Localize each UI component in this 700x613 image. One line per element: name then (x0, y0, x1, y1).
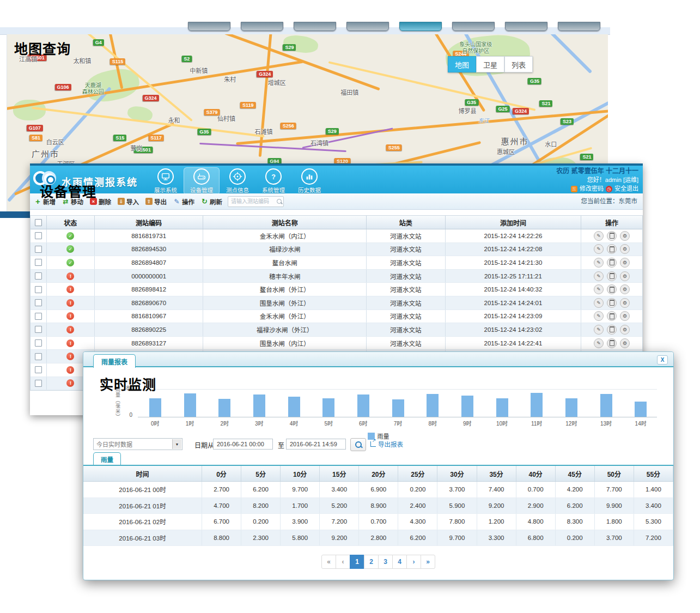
delete-icon[interactable] (607, 338, 617, 348)
date-to-input[interactable] (286, 439, 346, 450)
background-tab[interactable] (399, 22, 442, 31)
pagination-page-3[interactable]: 3 (378, 555, 393, 569)
background-tab[interactable] (346, 22, 389, 31)
edit-icon[interactable]: ✎ (594, 311, 604, 321)
row-checkbox[interactable] (35, 299, 42, 306)
pagination-page-4[interactable]: 4 (392, 555, 407, 569)
pagination-prev-button[interactable]: ‹ (336, 555, 350, 569)
background-tab[interactable] (558, 22, 600, 31)
background-tab[interactable] (241, 22, 283, 31)
row-checkbox[interactable] (35, 272, 42, 280)
search-icon[interactable] (277, 199, 282, 204)
table-row: ✓8816819731金禾水闸（内江）河道水文站2015-12-24 14:22… (31, 229, 642, 243)
delete-icon[interactable] (607, 325, 617, 335)
row-checkbox[interactable] (35, 259, 42, 266)
nav-item-设备管理[interactable]: 设备管理 (184, 167, 220, 195)
station-search-input[interactable] (230, 198, 277, 205)
x-tick-label: 3时 (255, 419, 264, 427)
data-type-select[interactable]: 今日实时数据 ▼ (93, 438, 182, 450)
settings-icon[interactable]: ⚙ (620, 298, 630, 308)
map-window-bottom-edge (0, 211, 30, 218)
place-label: 东江 (478, 116, 489, 124)
row-checkbox[interactable] (35, 380, 42, 387)
settings-icon[interactable]: ⚙ (620, 271, 630, 281)
nav-item-历史数据[interactable]: 历史数据 (291, 167, 327, 195)
delete-icon[interactable] (607, 271, 617, 281)
nav-item-展示系统[interactable]: 展示系统 (148, 167, 184, 195)
filter-bar: 今日实时数据 ▼ 日期从: 至 导出报表 (83, 434, 673, 453)
device-toolbar: +新增⇄移动×删除⇩导入⇧导出✎操作↻刷新 (30, 193, 643, 210)
nav-item-系统管理[interactable]: ?系统管理 (255, 167, 291, 195)
delete-icon[interactable] (607, 258, 617, 268)
settings-icon[interactable]: ⚙ (620, 231, 630, 241)
export-report-link[interactable]: 导出报表 (370, 440, 403, 448)
map-view-button-列表[interactable]: 列表 (504, 56, 533, 72)
edit-icon[interactable]: ✎ (594, 298, 604, 308)
delete-icon[interactable] (607, 231, 617, 241)
settings-icon[interactable]: ⚙ (620, 338, 630, 348)
background-tab[interactable] (188, 22, 230, 31)
map-view-button-卫星[interactable]: 卫星 (476, 56, 504, 72)
highway (7, 60, 303, 113)
pagination-last-button[interactable]: » (421, 555, 435, 569)
edit-icon[interactable]: ✎ (594, 231, 604, 241)
toolbar-button-导入[interactable]: ⇩导入 (118, 197, 139, 206)
tab-rain[interactable]: 雨量 (93, 452, 121, 465)
edit-icon[interactable]: ✎ (594, 244, 604, 254)
date-from-input[interactable] (213, 439, 273, 450)
toolbar-button-导出[interactable]: ⇧导出 (145, 197, 167, 206)
delete-icon[interactable] (607, 284, 617, 294)
change-password-link[interactable]: 修改密码 (580, 185, 604, 193)
place-label: 中新镇 (190, 66, 208, 75)
place-label: 惠州市 (501, 135, 529, 146)
time-cell: 2015-12-24 14:23:02 (446, 323, 582, 336)
row-checkbox[interactable] (35, 232, 42, 239)
row-checkbox[interactable] (35, 246, 42, 253)
row-checkbox[interactable] (35, 353, 42, 360)
trash-glyph (610, 259, 614, 265)
pagination-next-button[interactable]: › (406, 555, 421, 569)
row-checkbox[interactable] (35, 339, 42, 347)
refresh-icon: ↻ (201, 198, 208, 205)
status-cell: ✓ (47, 256, 95, 269)
settings-icon[interactable]: ⚙ (620, 244, 630, 254)
pagination-page-1[interactable]: 1 (350, 555, 364, 569)
tab-rain-report[interactable]: 雨量报表 (93, 354, 136, 368)
type-cell: 河道水文站 (367, 310, 446, 323)
background-tab[interactable] (505, 22, 547, 31)
key-icon: ⚿ (571, 186, 577, 192)
select-all-checkbox[interactable] (35, 219, 42, 226)
background-tab[interactable] (452, 22, 495, 31)
rain-value-cell: 7.400 (477, 482, 516, 497)
settings-icon[interactable]: ⚙ (620, 258, 630, 268)
edit-icon[interactable]: ✎ (594, 284, 604, 294)
settings-icon[interactable]: ⚙ (620, 325, 630, 335)
popup-table-row: 2016-06-21 01时4.7008.2001.7005.2008.9002… (83, 498, 673, 514)
station-search-box[interactable] (228, 196, 284, 207)
delete-icon[interactable] (607, 298, 617, 308)
settings-icon[interactable]: ⚙ (620, 311, 630, 321)
query-button[interactable] (350, 438, 366, 451)
close-button[interactable]: X (657, 355, 668, 365)
edit-icon[interactable]: ✎ (594, 271, 604, 281)
target-icon (229, 168, 246, 185)
edit-icon[interactable]: ✎ (594, 258, 604, 268)
pagination-page-2[interactable]: 2 (364, 555, 379, 569)
logout-link[interactable]: 安全退出 (614, 185, 638, 193)
background-tab[interactable] (294, 22, 336, 31)
toolbar-button-操作[interactable]: ✎操作 (173, 197, 194, 206)
settings-icon[interactable]: ⚙ (620, 284, 630, 294)
pagination-first-button[interactable]: « (321, 555, 336, 569)
place-label: 白云区 (46, 137, 64, 146)
nav-item-测点信息[interactable]: 测点信息 (220, 167, 255, 195)
edit-icon[interactable]: ✎ (594, 338, 604, 348)
edit-icon[interactable]: ✎ (594, 325, 604, 335)
toolbar-button-刷新[interactable]: ↻刷新 (201, 197, 222, 206)
row-checkbox[interactable] (35, 286, 42, 293)
row-checkbox[interactable] (35, 313, 42, 320)
row-checkbox[interactable] (35, 366, 42, 373)
row-checkbox[interactable] (35, 326, 42, 333)
delete-icon[interactable] (607, 244, 617, 254)
delete-icon[interactable] (607, 311, 617, 321)
map-view-button-地图[interactable]: 地图 (448, 56, 476, 72)
